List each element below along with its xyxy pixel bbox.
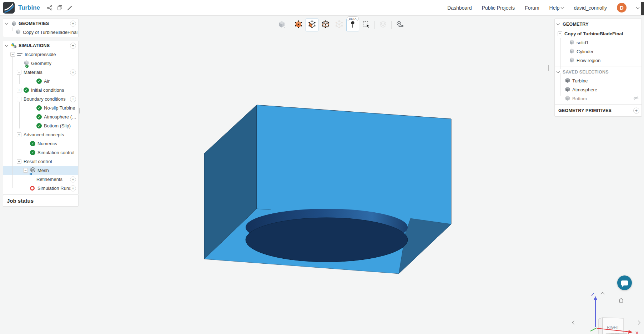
- right-panel-resize-handle[interactable]: [548, 65, 550, 71]
- probe-pin-button[interactable]: BETA: [346, 19, 359, 31]
- nav-dashboard[interactable]: Dashboard: [447, 5, 472, 11]
- avatar[interactable]: D: [617, 3, 627, 12]
- vertex-cube-button[interactable]: [319, 19, 332, 31]
- geometry-primitives-header[interactable]: GEOMETRY PRIMITIVES +: [555, 106, 642, 116]
- project-title: Turbine: [18, 4, 40, 11]
- tree-item-numerics[interactable]: ✓Numerics: [3, 139, 78, 148]
- solid-cube-button[interactable]: [292, 19, 305, 31]
- tree-item-incompressible[interactable]: −Incompressible: [3, 50, 78, 59]
- minus-expander[interactable]: −: [23, 168, 28, 173]
- tree-item-initial-conditions[interactable]: +✓Initial conditions: [3, 86, 78, 95]
- tree-item-result-control[interactable]: +Result control: [3, 157, 78, 166]
- tree-item-mesh[interactable]: −Mesh: [3, 166, 78, 175]
- tree-item-flow-region[interactable]: Flow region: [555, 56, 642, 65]
- add-simulation-button[interactable]: +: [70, 42, 76, 49]
- job-status-panel[interactable]: Job status: [3, 195, 79, 207]
- render-cube-icon: [277, 20, 286, 30]
- add-primitive-button[interactable]: +: [633, 108, 639, 114]
- saved-selection-bottom[interactable]: Bottom: [555, 94, 642, 103]
- axis-z-label: Z: [591, 292, 594, 297]
- view-toolbar: BETA: [275, 19, 406, 31]
- home-view-icon[interactable]: [618, 298, 624, 304]
- tree-item-no-slip-turbine[interactable]: ✓No-slip Turbine: [3, 103, 78, 112]
- tree-item-cylinder[interactable]: Cylinder: [555, 47, 642, 56]
- add-button[interactable]: +: [70, 96, 76, 102]
- app-header: Turbine DashboardPublic ProjectsForum He…: [0, 0, 644, 16]
- solid-cube-icon: [294, 20, 303, 30]
- face-cube-button[interactable]: [306, 19, 318, 31]
- tree-item-advanced-concepts[interactable]: +Advanced concepts: [3, 130, 78, 139]
- plus-expander[interactable]: +: [17, 159, 21, 164]
- saved-selection-atmosphere[interactable]: Atmosphere: [555, 85, 642, 94]
- user-menu-chevron-icon[interactable]: [636, 5, 640, 9]
- nav-forum[interactable]: Forum: [525, 5, 539, 11]
- tree-item-geometry[interactable]: ✓Geometry: [3, 59, 78, 68]
- share-icon[interactable]: [45, 3, 54, 12]
- rotate-up-chevron[interactable]: [601, 290, 604, 297]
- plus-expander[interactable]: +: [17, 88, 21, 92]
- measure-tape-icon: [396, 20, 404, 30]
- rotate-left-chevron[interactable]: [573, 319, 575, 325]
- check-icon: ✓: [24, 87, 29, 93]
- tree-item-refinements[interactable]: Refinements+: [3, 175, 78, 184]
- minus-expander[interactable]: −: [10, 52, 15, 57]
- edit-pencil-icon[interactable]: [65, 3, 74, 12]
- geometry-cube-icon: ✓: [24, 60, 29, 67]
- plus-expander[interactable]: +: [17, 132, 21, 137]
- chevron-down-icon[interactable]: [5, 43, 9, 47]
- visibility-off-icon[interactable]: [633, 96, 639, 101]
- tree-item-simulation-runs[interactable]: Simulation Runs+: [3, 184, 78, 193]
- tree-item-atmosphere-custom[interactable]: ✓Atmosphere (custom…: [3, 112, 78, 121]
- wireframe-cube-button: [333, 19, 346, 31]
- tree-item-materials[interactable]: −Materials+: [3, 68, 78, 77]
- rotate-right-chevron[interactable]: [637, 319, 640, 325]
- box-select-button[interactable]: [360, 19, 373, 31]
- toolbar-separator: [391, 21, 392, 29]
- simulations-header[interactable]: SIMULATIONS +: [3, 41, 78, 50]
- tree-item-bottom-slip[interactable]: ✓Bottom (Slip): [3, 121, 78, 130]
- solid-cube-icon: [565, 86, 570, 93]
- minus-expander[interactable]: −: [17, 97, 21, 101]
- saved-selection-turbine[interactable]: Turbine: [555, 76, 642, 85]
- collapse-icon[interactable]: −: [558, 31, 562, 36]
- minus-expander[interactable]: −: [17, 70, 21, 75]
- add-button[interactable]: +: [70, 176, 76, 182]
- tree-item-copy-of-turbinebladefinal[interactable]: Copy of TurbineBladeFinal: [3, 28, 78, 37]
- model-3d-viewport[interactable]: [0, 0, 644, 334]
- chevron-down-icon[interactable]: [557, 22, 560, 25]
- duplicate-icon[interactable]: [55, 3, 64, 12]
- geometries-header[interactable]: GEOMETRIES +: [3, 19, 78, 28]
- tree-item-solid1[interactable]: solid1: [555, 38, 642, 47]
- add-geometry-button[interactable]: +: [70, 20, 76, 26]
- nav-cube[interactable]: RIGHT FRONT: [598, 318, 627, 334]
- nav-public-projects[interactable]: Public Projects: [482, 5, 515, 11]
- check-icon: ✓: [36, 105, 42, 111]
- add-button[interactable]: +: [70, 185, 76, 191]
- saved-selections-header[interactable]: SAVED SELECTIONS: [555, 67, 642, 76]
- cube-icon: [15, 29, 21, 36]
- chat-support-button[interactable]: [617, 275, 632, 290]
- simulations-icon: [11, 43, 19, 49]
- render-cube-button[interactable]: [275, 19, 288, 31]
- axis-x-label: X: [635, 330, 639, 334]
- simscale-logo[interactable]: [3, 2, 15, 14]
- tree-item-air[interactable]: ✓Air: [3, 77, 78, 86]
- toolbar-separator: [290, 21, 290, 29]
- wireframe-cube-icon: [335, 20, 343, 30]
- measure-tape-button[interactable]: [393, 19, 406, 31]
- tree-item-boundary-conditions[interactable]: −Boundary conditions+: [3, 95, 78, 103]
- add-button[interactable]: +: [70, 69, 76, 75]
- geometry-header[interactable]: GEOMETRY: [555, 19, 642, 29]
- check-icon: ✓: [30, 150, 35, 155]
- cylinder-cap[interactable]: [246, 218, 408, 262]
- help-menu[interactable]: Help: [549, 5, 564, 11]
- tree-item-simulation-control[interactable]: ✓Simulation control: [3, 148, 78, 157]
- tree-item-copy-of-turbinebladefinal[interactable]: − Copy of TurbineBladeFinal: [555, 29, 642, 38]
- cube-icon: [569, 48, 575, 55]
- chevron-down-icon[interactable]: [5, 21, 9, 25]
- check-icon: ✓: [30, 141, 35, 146]
- chevron-down-icon[interactable]: [557, 70, 560, 73]
- chat-icon: [621, 280, 628, 285]
- left-panel-resize-handle[interactable]: [79, 108, 81, 113]
- flow-region-model[interactable]: [204, 105, 451, 274]
